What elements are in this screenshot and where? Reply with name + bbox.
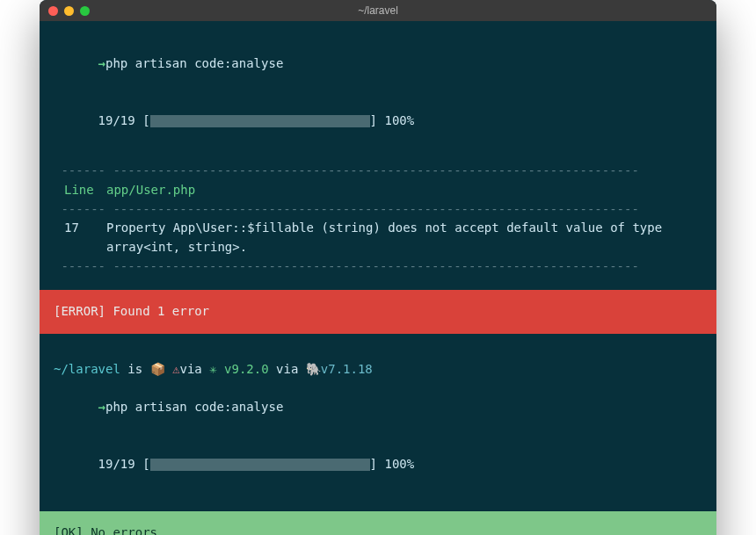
separator-row: ------ ---------------------------------… bbox=[40, 162, 716, 181]
status-via2: via bbox=[269, 362, 306, 376]
elephant-icon: 🐘 bbox=[306, 362, 321, 376]
terminal-body: →php artisan code:analyse 19/19 [] 100% … bbox=[40, 21, 716, 535]
header-file-col: app/User.php bbox=[106, 181, 702, 200]
progress-prefix: 19/19 [ bbox=[98, 113, 150, 127]
command-text: php artisan code:analyse bbox=[105, 400, 283, 414]
titlebar: ~/laravel bbox=[40, 0, 716, 21]
progress-bar bbox=[150, 459, 370, 471]
separator-row: ------ ---------------------------------… bbox=[40, 200, 716, 220]
progress-line-2: 19/19 [] 100% bbox=[40, 437, 716, 494]
error-banner-text: [ERROR] Found 1 error bbox=[54, 304, 209, 318]
close-icon[interactable] bbox=[48, 6, 58, 16]
issue-row: 17 Property App\User::$fillable (string)… bbox=[40, 219, 716, 257]
maximize-icon[interactable] bbox=[80, 6, 90, 16]
status-path: ~/laravel bbox=[54, 362, 120, 376]
error-banner: [ERROR] Found 1 error bbox=[40, 290, 716, 334]
prompt-line-2: →php artisan code:analyse bbox=[40, 380, 716, 437]
status-version2: v7.1.18 bbox=[321, 362, 373, 376]
table-header: Line app/User.php bbox=[40, 181, 716, 200]
header-line-col: Line bbox=[54, 181, 106, 200]
prompt-line-1: →php artisan code:analyse bbox=[40, 35, 716, 92]
terminal-window: ~/laravel →php artisan code:analyse 19/1… bbox=[40, 0, 716, 535]
progress-prefix: 19/19 [ bbox=[98, 457, 150, 471]
minimize-icon[interactable] bbox=[64, 6, 74, 16]
separator-row: ------ ---------------------------------… bbox=[40, 257, 716, 277]
status-via1: via bbox=[179, 362, 209, 376]
prompt-arrow-icon: → bbox=[98, 56, 105, 70]
ok-banner-text: [OK] No errors bbox=[54, 525, 157, 535]
issue-message: Property App\User::$fillable (string) do… bbox=[106, 219, 702, 257]
progress-line-1: 19/19 [] 100% bbox=[40, 92, 716, 149]
issue-line-num: 17 bbox=[54, 219, 106, 257]
progress-suffix: ] 100% bbox=[370, 457, 415, 471]
status-line: ~/laravel is 📦 ⚠via ✳ v9.2.0 via 🐘v7.1.1… bbox=[40, 360, 716, 380]
ok-banner: [OK] No errors bbox=[40, 511, 716, 535]
command-text: php artisan code:analyse bbox=[105, 56, 283, 70]
status-version1: v9.2.0 bbox=[217, 362, 269, 376]
status-is: is bbox=[120, 362, 150, 376]
package-icon: 📦 bbox=[150, 362, 172, 376]
node-icon: ✳ bbox=[209, 362, 216, 376]
prompt-arrow-icon: → bbox=[98, 400, 105, 414]
progress-bar bbox=[150, 115, 370, 127]
progress-suffix: ] 100% bbox=[370, 113, 415, 127]
window-title: ~/laravel bbox=[358, 4, 398, 17]
window-controls bbox=[48, 6, 90, 16]
